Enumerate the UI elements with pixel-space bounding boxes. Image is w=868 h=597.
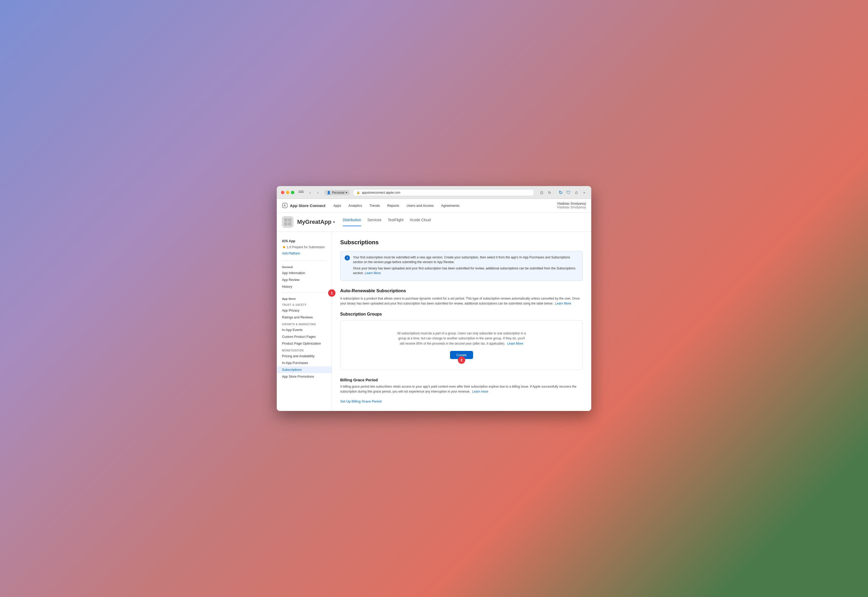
nav-analytics[interactable]: Analytics — [348, 203, 362, 208]
sidebar-item-ratings-reviews[interactable]: Ratings and Reviews — [277, 314, 331, 321]
sidebar-item-product-page-optimization[interactable]: Product Page Optimization — [277, 340, 331, 347]
sidebar-item-custom-product-pages[interactable]: Custom Product Pages — [277, 333, 331, 340]
tab-distribution[interactable]: Distribution — [343, 218, 361, 226]
create-button-wrapper: Create 2 — [450, 351, 473, 359]
subscription-groups-link[interactable]: Learn More — [507, 342, 523, 345]
sidebar-item-in-app-events[interactable]: In-App Events — [277, 327, 331, 333]
new-tab-icon[interactable]: + — [581, 190, 587, 196]
status-dot — [283, 246, 285, 248]
set-up-billing-link[interactable]: Set Up Billing Grace Period — [340, 399, 381, 403]
billing-title: Billing Grace Period — [340, 378, 583, 382]
content: Subscriptions i Your first subscription … — [332, 232, 591, 411]
address-bar-row: 🔒 appstoreconnect.apple.com ⊡ ↻ — [353, 189, 552, 196]
subscription-groups-box: All subscriptions must be a part of a gr… — [340, 320, 583, 370]
info-banner-link[interactable]: Learn More — [365, 271, 381, 275]
browser-actions: ⊡ ↻ — [539, 190, 552, 196]
profile-label: Personal — [332, 191, 344, 195]
asc-logo[interactable]: App Store Connect — [282, 203, 325, 208]
asc-header: App Store Connect Apps Analytics Trends … — [277, 199, 591, 212]
asc-logo-text: App Store Connect — [290, 203, 325, 208]
url-text: appstoreconnect.apple.com — [362, 191, 400, 195]
auto-renewable-title: Auto-Renewable Subscriptions — [340, 288, 583, 294]
growth-marketing-label: GROWTH & MARKETING — [277, 321, 331, 327]
auto-renewable-link[interactable]: Learn More — [555, 301, 571, 305]
sidebar-item-subscriptions[interactable]: Subscriptions — [277, 366, 331, 373]
step-badge-1: 1 — [328, 289, 335, 297]
sidebar-item-in-app-purchases[interactable]: In-App Purchases — [277, 359, 331, 366]
app-tabs: Distribution Services TestFlight Xcode C… — [343, 218, 431, 226]
asc-logo-icon — [282, 203, 288, 208]
sidebar-item-history[interactable]: History — [277, 283, 331, 290]
browser-nav: ‹ › — [307, 190, 321, 196]
trust-safety-label: TRUST & SAFETY — [277, 301, 331, 307]
lock-icon: 🔒 — [356, 191, 360, 194]
app-name-container: MyGreatApp ▾ — [297, 218, 335, 226]
profile-pill[interactable]: 👤 Personal ▾ — [324, 190, 350, 195]
info-banner-text: Your first subscription must be submitte… — [353, 255, 579, 277]
sidebar-item-pricing[interactable]: Pricing and Availability — [277, 353, 331, 359]
back-button[interactable]: ‹ — [307, 190, 313, 196]
app-icon-grid — [284, 218, 291, 226]
asc-user[interactable]: Vladislav Smolyanoy Vladislav Smolyanoy — [557, 202, 586, 209]
main-layout: 1 iOS App 1.0 Prepare for Submission Add… — [277, 232, 591, 411]
sidebar-item-app-review[interactable]: App Review — [277, 276, 331, 283]
billing-link[interactable]: Learn more — [472, 390, 488, 394]
reload-icon[interactable]: ↻ — [547, 190, 552, 196]
nav-users-access[interactable]: Users and Access — [407, 203, 434, 208]
nav-trends[interactable]: Trends — [369, 203, 380, 208]
info-icon: i — [345, 255, 350, 260]
app-name: MyGreatApp — [297, 218, 331, 226]
nav-reports[interactable]: Reports — [387, 203, 399, 208]
tab-xcode-cloud[interactable]: Xcode Cloud — [410, 218, 430, 226]
sidebar-toggle[interactable] — [298, 191, 304, 195]
nav-agreements[interactable]: Agreements — [441, 203, 459, 208]
nav-apps[interactable]: Apps — [333, 203, 341, 208]
app-store-label: App Store — [277, 294, 331, 301]
sidebar-item-app-privacy[interactable]: App Privacy — [277, 307, 331, 314]
sidebar-divider-2 — [282, 292, 326, 293]
browser-chrome: ‹ › 👤 Personal ▾ 🔒 appstoreconnect.apple… — [277, 186, 591, 199]
page-title: Subscriptions — [340, 239, 583, 246]
app-name-row: MyGreatApp ▾ — [297, 218, 335, 226]
general-label: General — [277, 263, 331, 270]
asc-nav: Apps Analytics Trends Reports Users and … — [333, 203, 557, 208]
info-banner: i Your first subscription must be submit… — [340, 251, 583, 281]
cast-icon[interactable]: ⊡ — [539, 190, 545, 196]
sidebar-item-app-information[interactable]: App Information — [277, 270, 331, 276]
add-platform-link[interactable]: Add Platform — [277, 250, 331, 258]
platform-item-label: 1.0 Prepare for Submission — [287, 245, 325, 249]
minimize-button[interactable] — [286, 191, 289, 194]
subscription-groups-title: Subscription Groups — [340, 312, 583, 316]
app-name-chevron[interactable]: ▾ — [333, 220, 335, 224]
billing-section: Billing Grace Period A billing grace per… — [340, 378, 583, 404]
maximize-button[interactable] — [291, 191, 294, 194]
traffic-lights — [281, 191, 294, 194]
app-header: MyGreatApp ▾ Distribution Services TestF… — [277, 212, 591, 232]
address-bar[interactable]: 🔒 appstoreconnect.apple.com — [353, 189, 534, 196]
browser-titlebar: ‹ › 👤 Personal ▾ 🔒 appstoreconnect.apple… — [281, 189, 587, 196]
asc-user-name: Vladislav Smolyanoy — [557, 202, 586, 205]
info-banner-p2: Once your binary has been uploaded and y… — [353, 266, 579, 275]
blue-circle-icon[interactable]: ↻ — [558, 190, 564, 196]
profile-chevron: ▾ — [346, 191, 347, 195]
info-banner-p1: Your first subscription must be submitte… — [353, 255, 579, 264]
tab-testflight[interactable]: TestFlight — [388, 218, 404, 226]
sidebar-divider-1 — [282, 260, 326, 261]
sidebar-platform: iOS App — [277, 237, 331, 244]
tab-services[interactable]: Services — [368, 218, 381, 226]
subscription-groups-container: All subscriptions must be a part of a gr… — [340, 320, 583, 370]
close-button[interactable] — [281, 191, 284, 194]
shield-icon[interactable]: 🛡 — [565, 190, 571, 196]
monetization-label: MONETIZATION — [277, 347, 331, 353]
sidebar-item-app-store-promotions[interactable]: App Store Promotions — [277, 373, 331, 380]
step-badge-2: 2 — [458, 356, 465, 364]
sidebar: 1 iOS App 1.0 Prepare for Submission Add… — [277, 232, 332, 411]
profile-icon: 👤 — [327, 191, 331, 195]
sidebar-platform-item[interactable]: 1.0 Prepare for Submission — [277, 244, 331, 250]
subscription-groups-desc: All subscriptions must be a part of a gr… — [396, 331, 527, 346]
forward-button[interactable]: › — [315, 190, 321, 196]
app-icon — [282, 216, 294, 228]
share-icon[interactable]: ⎙ — [573, 190, 579, 196]
billing-desc: A billing grace period lets subscribers … — [340, 384, 583, 394]
auto-renewable-desc: A subscription is a product that allows … — [340, 296, 583, 306]
